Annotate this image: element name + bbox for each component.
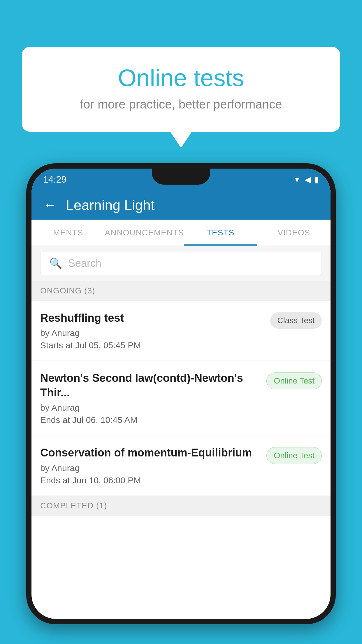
test-info-reshuffling: Reshuffling test by Anurag Starts at Jul…: [40, 311, 270, 350]
test-badge-conservation: Online Test: [266, 447, 322, 464]
search-bar[interactable]: 🔍 Search: [40, 252, 322, 275]
search-icon: 🔍: [49, 257, 62, 270]
phone-container: 14:29 ▼ ◀ ▮ ← Learning Light MENTS ANNOU…: [26, 163, 336, 644]
search-container: 🔍 Search: [31, 246, 331, 281]
phone-frame: 14:29 ▼ ◀ ▮ ← Learning Light MENTS ANNOU…: [26, 163, 336, 624]
ongoing-label: ONGOING (3): [40, 286, 95, 295]
tabs-bar: MENTS ANNOUNCEMENTS TESTS VIDEOS: [31, 220, 331, 246]
test-time-reshuffling: Starts at Jul 05, 05:45 PM: [40, 340, 264, 350]
status-bar: 14:29 ▼ ◀ ▮: [31, 169, 331, 190]
completed-section-header: COMPLETED (1): [31, 496, 331, 516]
test-name-newton: Newton's Second law(contd)-Newton's Thir…: [40, 371, 261, 400]
test-author-reshuffling: by Anurag: [40, 328, 264, 338]
wifi-icon: ▼: [293, 175, 301, 184]
test-time-newton: Ends at Jul 06, 10:45 AM: [40, 415, 261, 425]
bubble-title: Online tests: [45, 64, 317, 92]
phone-screen: 14:29 ▼ ◀ ▮ ← Learning Light MENTS ANNOU…: [31, 169, 331, 619]
app-header: ← Learning Light: [31, 190, 331, 220]
test-name-reshuffling: Reshuffling test: [40, 311, 264, 325]
completed-label: COMPLETED (1): [40, 501, 107, 510]
search-placeholder: Search: [68, 257, 101, 270]
test-item-conservation[interactable]: Conservation of momentum-Equilibrium by …: [31, 435, 331, 496]
app-title: Learning Light: [66, 197, 154, 213]
test-time-conservation: Ends at Jun 10, 06:00 PM: [40, 475, 261, 485]
status-icons: ▼ ◀ ▮: [293, 175, 319, 184]
test-item-newton[interactable]: Newton's Second law(contd)-Newton's Thir…: [31, 361, 331, 435]
signal-icon: ◀: [305, 175, 311, 184]
test-badge-reshuffling: Class Test: [270, 312, 322, 329]
status-time: 14:29: [43, 174, 66, 185]
test-info-newton: Newton's Second law(contd)-Newton's Thir…: [40, 371, 266, 425]
tab-ments[interactable]: MENTS: [31, 220, 105, 246]
tab-videos[interactable]: VIDEOS: [257, 220, 331, 246]
test-item-reshuffling[interactable]: Reshuffling test by Anurag Starts at Jul…: [31, 301, 331, 361]
test-badge-newton: Online Test: [266, 372, 322, 389]
test-info-conservation: Conservation of momentum-Equilibrium by …: [40, 446, 266, 485]
phone-notch: [152, 169, 210, 185]
test-name-conservation: Conservation of momentum-Equilibrium: [40, 446, 261, 460]
speech-bubble: Online tests for more practice, better p…: [22, 47, 340, 132]
tab-announcements[interactable]: ANNOUNCEMENTS: [105, 220, 184, 246]
test-author-newton: by Anurag: [40, 403, 261, 413]
bubble-subtitle: for more practice, better performance: [45, 97, 317, 111]
tab-tests[interactable]: TESTS: [184, 220, 257, 246]
back-button[interactable]: ←: [43, 198, 57, 212]
test-author-conservation: by Anurag: [40, 463, 261, 473]
battery-icon: ▮: [314, 175, 319, 184]
ongoing-section-header: ONGOING (3): [31, 281, 331, 301]
